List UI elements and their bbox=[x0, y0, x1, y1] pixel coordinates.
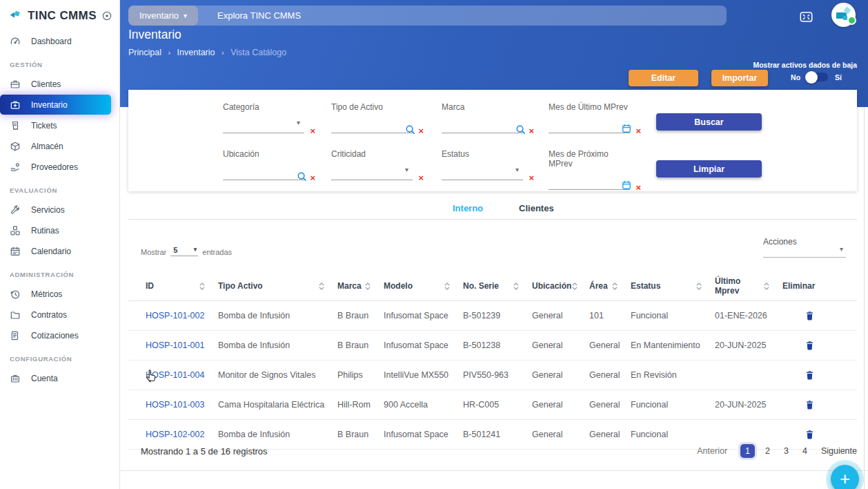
sort-icon[interactable] bbox=[571, 282, 578, 291]
sort-icon[interactable] bbox=[364, 282, 371, 291]
search-icon[interactable] bbox=[515, 124, 526, 135]
sort-icon[interactable] bbox=[611, 282, 618, 291]
search-icon[interactable] bbox=[297, 171, 307, 182]
pagination-page-2[interactable]: 2 bbox=[762, 445, 773, 457]
decommissioned-toggle[interactable] bbox=[807, 73, 828, 82]
delete-icon[interactable] bbox=[805, 370, 815, 381]
sort-icon[interactable] bbox=[444, 282, 451, 291]
top-tab-inventario[interactable]: Inventario ▾ bbox=[128, 6, 198, 26]
clear-filter-icon[interactable]: × bbox=[418, 126, 424, 135]
filter-input[interactable]: × bbox=[442, 121, 523, 133]
filter-field-mesdeproximomprev[interactable]: Mes de Próximo MPrev× bbox=[549, 149, 630, 190]
clear-filter-icon[interactable]: × bbox=[529, 126, 534, 135]
filter-field-mesdeultimomprev[interactable]: Mes de Último MPrev× bbox=[549, 102, 630, 133]
tab-clientes[interactable]: Clientes bbox=[517, 200, 555, 219]
asset-id-link[interactable]: HOSP-101-001 bbox=[128, 331, 217, 361]
pagination-page-3[interactable]: 3 bbox=[780, 445, 792, 457]
sort-icon[interactable] bbox=[199, 282, 206, 291]
tab-interno[interactable]: Interno bbox=[451, 200, 484, 219]
page-size-select[interactable]: 5▾ bbox=[170, 246, 198, 256]
filter-field-ubicacion[interactable]: Ubicación× bbox=[223, 149, 304, 180]
filter-field-marca[interactable]: Marca× bbox=[442, 102, 523, 133]
pagination-prev[interactable]: Anterior bbox=[697, 446, 727, 456]
delete-icon[interactable] bbox=[805, 310, 815, 321]
sidebar-item-calendario[interactable]: Calendario bbox=[0, 241, 119, 261]
clear-filter-icon[interactable]: × bbox=[529, 173, 534, 182]
asset-id-link[interactable]: HOSP-101-004 bbox=[128, 361, 217, 390]
suppliers-icon bbox=[10, 162, 21, 173]
calendar-icon[interactable] bbox=[622, 124, 631, 133]
fullscreen-icon[interactable] bbox=[800, 10, 813, 23]
filter-input[interactable]: × bbox=[549, 178, 630, 190]
sidebar-item-tickets[interactable]: Tickets bbox=[0, 115, 119, 135]
actions-dropdown[interactable]: Acciones ▾ bbox=[763, 237, 846, 258]
sort-icon[interactable] bbox=[763, 282, 770, 291]
breadcrumb-principal[interactable]: Principal bbox=[128, 48, 161, 57]
search-icon[interactable] bbox=[405, 124, 415, 135]
sidebar-item-almacen[interactable]: Almacén bbox=[0, 136, 119, 156]
sidebar-item-metricos[interactable]: Métricos bbox=[0, 284, 119, 304]
filter-input[interactable]: ▾× bbox=[331, 168, 413, 180]
asset-id-link[interactable]: HOSP-101-003 bbox=[128, 390, 217, 420]
column-header-ultimomprev[interactable]: Último Mprev bbox=[714, 271, 782, 301]
sidebar-collapse-icon[interactable] bbox=[101, 10, 112, 21]
sort-icon[interactable] bbox=[318, 282, 325, 291]
filter-input[interactable]: ▾× bbox=[442, 168, 523, 180]
clear-filter-icon[interactable]: × bbox=[418, 173, 424, 182]
delete-icon[interactable] bbox=[805, 340, 815, 351]
pagination-page-1[interactable]: 1 bbox=[740, 444, 755, 458]
cell-area: General bbox=[589, 361, 630, 390]
sidebar-item-proveedores[interactable]: Proveedores bbox=[0, 157, 119, 177]
avatar[interactable] bbox=[831, 3, 856, 27]
column-header-id[interactable]: ID bbox=[128, 271, 217, 301]
add-asset-fab[interactable]: + bbox=[831, 465, 859, 489]
breadcrumb-inventario[interactable]: Inventario bbox=[177, 48, 215, 57]
filter-input[interactable]: ▾× bbox=[223, 121, 304, 133]
sidebar-item-rutinas[interactable]: Rutinas bbox=[0, 220, 119, 240]
chevron-down-icon[interactable]: ▾ bbox=[405, 166, 408, 173]
scrollbar-track[interactable] bbox=[864, 107, 865, 489]
sidebar-item-clientes[interactable]: Clientes bbox=[0, 74, 119, 94]
column-header-marca[interactable]: Marca bbox=[337, 271, 383, 301]
sort-icon[interactable] bbox=[513, 282, 520, 291]
column-header-tipoactivo[interactable]: Tipo Activo bbox=[217, 271, 337, 301]
sort-icon[interactable] bbox=[696, 282, 702, 291]
sidebar-item-dashboard[interactable]: Dashboard bbox=[0, 31, 119, 51]
filter-field-estatus[interactable]: Estatus▾× bbox=[442, 149, 523, 180]
pagination-next[interactable]: Siguiente bbox=[821, 446, 857, 456]
column-header-noserie[interactable]: No. Serie bbox=[462, 271, 531, 301]
pagination-page-4[interactable]: 4 bbox=[799, 445, 811, 457]
edit-button[interactable]: Editar bbox=[629, 70, 698, 86]
sidebar-item-cuenta[interactable]: Cuenta bbox=[0, 368, 119, 388]
filter-label: Mes de Próximo MPrev bbox=[549, 149, 630, 169]
cell-marca: B Braun bbox=[337, 331, 383, 361]
clear-filter-icon[interactable]: × bbox=[635, 183, 641, 192]
sidebar-item-contratos[interactable]: Contratos bbox=[0, 305, 119, 325]
sidebar-item-inventario[interactable]: Inventario bbox=[0, 95, 111, 115]
search-button[interactable]: Buscar bbox=[656, 113, 762, 131]
filter-input[interactable]: × bbox=[549, 121, 630, 133]
column-header-area[interactable]: Área bbox=[589, 271, 630, 301]
filter-field-categoria[interactable]: Categoría▾× bbox=[223, 102, 304, 133]
clear-button[interactable]: Limpiar bbox=[656, 160, 762, 178]
column-header-modelo[interactable]: Modelo bbox=[383, 271, 462, 301]
clear-filter-icon[interactable]: × bbox=[310, 173, 315, 182]
column-header-estatus[interactable]: Estatus bbox=[630, 271, 714, 301]
delete-icon[interactable] bbox=[805, 399, 815, 410]
column-header-ubicacion[interactable]: Ubicación bbox=[531, 271, 589, 301]
import-button[interactable]: Importar bbox=[711, 70, 768, 86]
calendar-icon[interactable] bbox=[622, 180, 631, 190]
toggle-knob[interactable] bbox=[805, 71, 818, 84]
delete-icon[interactable] bbox=[805, 429, 815, 440]
filter-input[interactable]: × bbox=[223, 168, 304, 180]
filter-field-tipodeactivo[interactable]: Tipo de Activo× bbox=[331, 102, 413, 133]
chevron-down-icon[interactable]: ▾ bbox=[297, 119, 300, 126]
clear-filter-icon[interactable]: × bbox=[310, 126, 315, 135]
filter-input[interactable]: × bbox=[331, 121, 413, 133]
asset-id-link[interactable]: HOSP-101-002 bbox=[128, 301, 217, 331]
sidebar-item-cotizaciones[interactable]: Cotizaciones bbox=[0, 325, 119, 345]
filter-field-criticidad[interactable]: Criticidad▾× bbox=[331, 149, 413, 180]
clear-filter-icon[interactable]: × bbox=[635, 126, 641, 135]
sidebar-item-servicios[interactable]: Servicios bbox=[0, 200, 119, 220]
chevron-down-icon[interactable]: ▾ bbox=[515, 166, 519, 173]
